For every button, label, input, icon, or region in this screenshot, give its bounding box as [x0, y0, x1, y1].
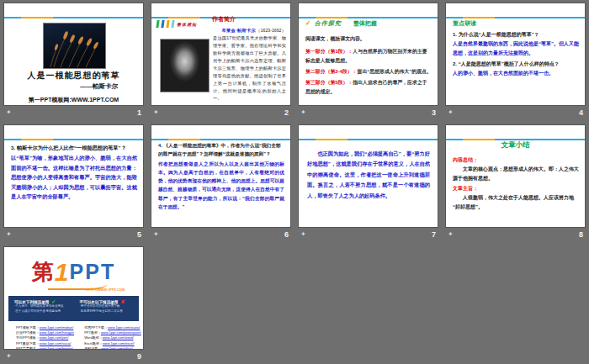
slide-sorter-grid: 人是一根能思想的苇草 ——帕斯卡尔 第一PPT模板网:WWW.1PPT.COM … — [0, 0, 589, 364]
transition-star-icon[interactable]: ✦ — [6, 231, 12, 238]
link-url[interactable]: www.1ppt.com/beijing/ — [40, 346, 73, 350]
links-column-right: 优秀PPT下载：www.1ppt.com/xiazai/ PPT教程：www.1… — [84, 325, 141, 350]
slide-cell-7: 也正因为如此，我们“必须提高自己”，要“努力好好地思想”，这就是我们存在于世界的… — [294, 122, 442, 244]
link-url[interactable]: www.1ppt.com/hangye/ — [40, 330, 74, 335]
slide-number: 1 — [137, 108, 141, 117]
deny-item: ·将本素材用于商业目的二次出售 — [80, 309, 135, 314]
summary-title: 文章小结 — [446, 140, 585, 150]
question-4: 4. 《人是一根能思想的苇草》中，作者为什么说“我们全部的尊严就在于思想”？怎样… — [158, 141, 284, 159]
books-logo-icon: 整体感知 — [157, 20, 197, 28]
link-url[interactable]: www.1ppt.com/word/ — [103, 335, 134, 340]
empty-cell — [442, 244, 589, 364]
transition-star-icon[interactable]: ✦ — [300, 109, 306, 116]
part-label: 第二部分（第2-4段）： — [305, 69, 358, 74]
license-deny: 不可以在以下情况使用✘ ·用于任何形式的在线付费下载 ·将本素材用于商业目的二次… — [74, 296, 140, 321]
transition-star-icon[interactable]: ✦ — [153, 109, 159, 116]
slide-number: 6 — [284, 230, 289, 239]
link-label: PPT背景图片： — [16, 346, 40, 350]
transition-star-icon[interactable]: ✦ — [6, 109, 12, 116]
theme-line-accent — [21, 139, 53, 140]
link-label: 节日PPT模板： — [16, 335, 40, 340]
slide-number: 7 — [432, 230, 436, 239]
license-banner: 可以在下列情况使用✔ ·个人学习、研究或欣赏等非商业用途 ·在个人或公司作品中参… — [8, 296, 139, 321]
link-label: 资料下载： — [84, 346, 101, 350]
link-url[interactable]: www.1ppt.com/jieri/ — [40, 335, 68, 340]
question-1: 1. 为什么说“人是一根能思想的苇草”？ — [453, 30, 579, 40]
link-label: PPT教程： — [84, 330, 101, 335]
slide-5-thumbnail[interactable]: 3. 帕斯卡尔为什么把人比作“一根能思想的苇草”？ 以“苇草”为喻，形象地写出人… — [3, 124, 144, 228]
transition-star-icon[interactable]: ✦ — [300, 231, 306, 238]
slide-6-thumbnail[interactable]: 4. 《人是一根能思想的苇草》中，作者为什么说“我们全部的尊严就在于思想”？怎样… — [151, 124, 291, 228]
author-bio-body: （1623-1662）是法国17世纪最具天才的数学家、物理学家、哲学家。他在理论… — [213, 28, 286, 100]
slide-number: 4 — [579, 108, 583, 117]
part-label: 第三部分（第5段）： — [305, 80, 353, 85]
slide-number: 9 — [137, 352, 141, 361]
empty-cell — [147, 244, 294, 364]
slide-3-thumbnail[interactable]: ✔ 合作探究 整体把握 阅读课文，概括课文内容。 第一部分（第1段）：人与自然界… — [298, 3, 438, 106]
slide-number: 2 — [284, 108, 289, 117]
slide-9-thumbnail[interactable]: 第1PPT HTTP://WWW.1PPT.COM 可以在下列情况使用✔ ·个人… — [3, 246, 144, 350]
link-url[interactable]: www.1ppt.com/moban/ — [40, 325, 73, 330]
slide-8-thumbnail[interactable]: 文章小结 内容总结： 文章的核心观点：思想形成人的伟大。即：人之伟大源于他拥有思… — [445, 124, 586, 228]
license-allow: 可以在下列情况使用✔ ·个人学习、研究或欣赏等非商业用途 ·在个人或公司作品中参… — [8, 296, 74, 321]
slide-subtitle: ——帕斯卡尔 — [4, 82, 118, 91]
task-intro: 阅读课文，概括课文内容。 — [305, 34, 432, 44]
question-2: 2. “人是能思想的苇草”概括了人什么样的特点？ — [453, 60, 579, 69]
logo-url: HTTP://WWW.1PPT.COM — [4, 288, 125, 292]
part-text: 提出“思想形成人的伟大”的观点。 — [358, 69, 432, 74]
theme-line-accent — [316, 17, 348, 18]
logo-char-di: 第 — [32, 259, 54, 284]
summary-label-2: 文章主旨： — [453, 184, 579, 193]
section-header: 作者简介 — [212, 15, 236, 24]
link-url[interactable]: www.1ppt.com/xiazai/ — [108, 325, 140, 330]
theme-line-accent — [168, 17, 200, 18]
theme-line — [446, 17, 585, 18]
reeds-photo — [43, 23, 106, 69]
theme-line-accent — [21, 17, 53, 18]
author-bio-text: 布莱兹·帕斯卡尔（1623-1662）是法国17世纪最具天才的数学家、物理学家、… — [213, 27, 286, 102]
transition-star-icon[interactable]: ✦ — [448, 231, 454, 238]
link-label: 优秀PPT下载： — [84, 325, 108, 330]
answer-4: 作者把思想看做是人之所以为人以及人超出其他万物的标本。因为人是高于自然的，在自然… — [158, 160, 284, 212]
1ppt-logo: 第1PPT — [4, 257, 143, 287]
slide-7-thumbnail[interactable]: 也正因为如此，我们“必须提高自己”，要“努力好好地思想”，这就是我们存在于世界的… — [298, 124, 438, 228]
theme-line — [299, 17, 438, 18]
slide-cell-4: 重点研读 1. 为什么说“人是一根能思想的苇草”？ 人是自然界最脆弱的东西，因此… — [442, 0, 589, 122]
answer-3: 以“苇草”为喻，形象地写出人的渺小、脆弱，在大自然面前的不堪一击。这样比喻是为了… — [11, 153, 137, 201]
logo-char-ppt: PPT — [70, 260, 116, 283]
theme-line — [299, 139, 438, 140]
link-label: Word教程： — [84, 335, 102, 340]
allow-item: ·个人学习、研究或欣赏等非商业用途 — [14, 304, 70, 309]
slide-4-thumbnail[interactable]: 重点研读 1. 为什么说“人是一根能思想的苇草”？ 人是自然界最脆弱的东西，因此… — [445, 3, 586, 106]
link-label: 行业PPT模板： — [16, 330, 40, 335]
slide-body: 4. 《人是一根能思想的苇草》中，作者为什么说“我们全部的尊严就在于思想”？怎样… — [158, 141, 284, 211]
slide-2-thumbnail[interactable]: 整体感知 作者简介 布莱兹·帕斯卡尔（1623-1662）是法国17世纪最具天才… — [151, 3, 291, 106]
link-label: PPT素材下载： — [16, 341, 40, 346]
link-label: PPT模板下载： — [16, 325, 40, 330]
transition-star-icon[interactable]: ✦ — [6, 353, 12, 360]
slide-cell-1: 人是一根能思想的苇草 ——帕斯卡尔 第一PPT模板网:WWW.1PPT.COM … — [0, 0, 147, 122]
slide-cell-2: 整体感知 作者简介 布莱兹·帕斯卡尔（1623-1662）是法国17世纪最具天才… — [147, 0, 294, 122]
cross-icon: ✘ — [120, 299, 125, 304]
part-label: 第一部分（第1段）： — [305, 49, 353, 54]
slide-1-thumbnail[interactable]: 人是一根能思想的苇草 ——帕斯卡尔 第一PPT模板网:WWW.1PPT.COM — [3, 3, 144, 106]
link-url[interactable]: www.1ppt.com/excel/ — [103, 341, 135, 346]
empty-cell — [294, 244, 442, 364]
author-name: 布莱兹·帕斯卡尔 — [221, 28, 256, 33]
slide-number: 5 — [137, 230, 141, 239]
theme-line-accent — [316, 139, 348, 140]
link-url[interactable]: www.1ppt.com/powerpoint/ — [101, 330, 141, 335]
theme-line — [151, 139, 290, 140]
theme-line — [4, 17, 143, 18]
transition-star-icon[interactable]: ✦ — [448, 109, 454, 116]
summary-label-1: 内容总结： — [453, 156, 579, 165]
transition-star-icon[interactable]: ✦ — [153, 231, 159, 238]
link-url[interactable]: www.1ppt.com/ziliao/ — [101, 346, 132, 350]
link-url[interactable]: www.1ppt.com/sucai/ — [40, 341, 72, 346]
logo-char-one: 1 — [55, 258, 69, 286]
slide-body: 1. 为什么说“人是一根能思想的苇草”？ 人是自然界最脆弱的东西，因此说他是“苇… — [453, 30, 579, 80]
section-header: 重点研读 — [453, 19, 476, 28]
slide-body: 内容总结： 文章的核心观点：思想形成人的伟大。即：人之伟大源于他拥有思想。 文章… — [453, 156, 579, 214]
slide-cell-9: 第1PPT HTTP://WWW.1PPT.COM 可以在下列情况使用✔ ·个人… — [0, 244, 147, 364]
link-label: Excel教程： — [84, 341, 103, 346]
